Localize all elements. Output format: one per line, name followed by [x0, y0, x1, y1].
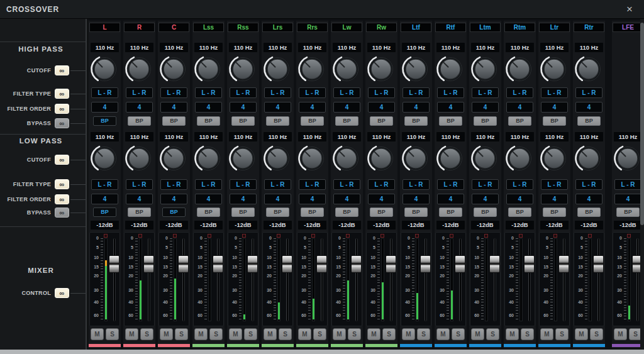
highpass-bypass-button[interactable]: BP [335, 116, 358, 126]
highpass-cutoff-knob[interactable] [401, 55, 430, 84]
link-toggle-button[interactable]: ∞ [55, 179, 69, 189]
lowpass-filter-type[interactable]: L - R [126, 179, 153, 190]
lowpass-cutoff-knob[interactable] [574, 144, 603, 173]
lowpass-filter-type[interactable]: L - R [575, 179, 602, 190]
lowpass-bypass-button[interactable]: BP [197, 207, 220, 217]
lowpass-filter-order[interactable]: 4 [368, 194, 395, 204]
highpass-bypass-button[interactable]: BP [474, 116, 497, 126]
fader-gain-value[interactable]: -12dB [436, 221, 465, 230]
lowpass-filter-order[interactable]: 4 [91, 194, 118, 204]
fader-handle[interactable] [489, 255, 500, 273]
fader-track[interactable] [528, 238, 531, 321]
lowpass-cutoff-value[interactable]: 110 Hz [264, 132, 292, 141]
fader-handle[interactable] [282, 255, 292, 273]
fader-track[interactable] [636, 238, 639, 321]
highpass-cutoff-value[interactable]: 110 Hz [333, 43, 361, 52]
highpass-cutoff-knob[interactable] [228, 55, 257, 84]
highpass-filter-type[interactable]: L - R [402, 87, 430, 98]
solo-button[interactable]: S [175, 328, 188, 340]
highpass-bypass-button[interactable]: BP [128, 116, 151, 126]
solo-button[interactable]: S [140, 328, 153, 340]
fader-track[interactable] [355, 238, 358, 321]
highpass-bypass-button[interactable]: BP [577, 116, 601, 126]
highpass-bypass-button[interactable]: BP [404, 116, 428, 126]
highpass-cutoff-knob[interactable] [263, 55, 292, 84]
link-toggle-button[interactable]: ∞ [55, 288, 69, 298]
mute-button[interactable]: M [333, 328, 346, 340]
highpass-cutoff-value[interactable]: 110 Hz [194, 43, 223, 52]
fader-gain-value[interactable]: -12dB [614, 221, 642, 230]
lowpass-filter-order[interactable]: 4 [506, 194, 533, 204]
highpass-filter-order[interactable]: 4 [402, 102, 430, 113]
lowpass-filter-type[interactable]: L - R [437, 179, 464, 190]
fader-handle[interactable] [143, 255, 154, 273]
highpass-bypass-button[interactable]: BP [266, 116, 289, 126]
highpass-cutoff-knob[interactable] [367, 55, 396, 84]
highpass-filter-type[interactable]: L - R [333, 87, 360, 98]
lowpass-filter-order[interactable]: 4 [614, 194, 641, 204]
lowpass-cutoff-knob[interactable] [332, 144, 361, 173]
fader-track[interactable] [425, 238, 427, 321]
highpass-cutoff-value[interactable]: 110 Hz [229, 43, 257, 52]
fader-handle[interactable] [386, 255, 396, 273]
highpass-bypass-button[interactable]: BP [231, 116, 255, 126]
fader-gain-value[interactable]: -12dB [194, 221, 223, 230]
highpass-filter-order[interactable]: 4 [368, 102, 395, 113]
lowpass-cutoff-value[interactable]: 110 Hz [436, 132, 465, 141]
solo-button[interactable]: S [382, 328, 396, 340]
link-toggle-button[interactable]: ∞ [55, 89, 69, 99]
fader-handle[interactable] [420, 255, 431, 273]
lowpass-filter-type[interactable]: L - R [368, 179, 395, 190]
lowpass-cutoff-value[interactable]: 110 Hz [229, 132, 257, 141]
fader-handle[interactable] [351, 255, 362, 273]
highpass-bypass-button[interactable]: BP [301, 116, 324, 126]
fader-gain-value[interactable]: -12dB [471, 221, 499, 230]
highpass-filter-order[interactable]: 4 [333, 102, 360, 113]
lowpass-cutoff-value[interactable]: 110 Hz [540, 132, 569, 141]
link-toggle-button[interactable]: ∞ [55, 207, 69, 218]
solo-button[interactable]: S [279, 328, 292, 340]
lowpass-cutoff-knob[interactable] [228, 144, 257, 173]
highpass-filter-type[interactable]: L - R [472, 87, 499, 98]
fader-track[interactable] [286, 238, 289, 321]
lowpass-cutoff-knob[interactable] [90, 144, 119, 173]
lowpass-cutoff-knob[interactable] [540, 144, 569, 173]
fader-handle[interactable] [558, 255, 569, 273]
lowpass-cutoff-knob[interactable] [263, 144, 292, 173]
lowpass-filter-type[interactable]: L - R [402, 179, 430, 190]
lowpass-bypass-button[interactable]: BP [508, 207, 531, 217]
lowpass-cutoff-knob[interactable] [367, 144, 396, 173]
fader-handle[interactable] [524, 255, 535, 273]
fader-gain-value[interactable]: -12dB [575, 221, 603, 230]
lowpass-cutoff-value[interactable]: 110 Hz [402, 132, 430, 141]
lowpass-filter-type[interactable]: L - R [91, 179, 118, 190]
fader-handle[interactable] [213, 255, 223, 273]
highpass-filter-type[interactable]: L - R [437, 87, 464, 98]
highpass-filter-order[interactable]: 4 [541, 102, 568, 113]
highpass-filter-order[interactable]: 4 [160, 102, 187, 113]
mute-button[interactable]: M [229, 328, 242, 340]
lowpass-bypass-button[interactable]: BP [439, 207, 462, 217]
solo-button[interactable]: S [555, 328, 569, 340]
lowpass-cutoff-knob[interactable] [159, 144, 188, 173]
fader-handle[interactable] [109, 255, 119, 273]
fader-track[interactable] [597, 238, 600, 321]
fader-gain-value[interactable]: -12dB [160, 221, 188, 230]
highpass-filter-order[interactable]: 4 [299, 102, 326, 113]
fader-handle[interactable] [247, 255, 258, 273]
solo-button[interactable]: S [106, 328, 119, 340]
mute-button[interactable]: M [614, 328, 627, 340]
lowpass-bypass-button[interactable]: BP [474, 207, 497, 217]
highpass-bypass-button[interactable]: BP [543, 116, 566, 126]
mute-button[interactable]: M [471, 328, 484, 340]
solo-button[interactable]: S [521, 328, 534, 340]
fader-track[interactable] [321, 238, 323, 321]
lowpass-filter-type[interactable]: L - R [541, 179, 568, 190]
fader-gain-value[interactable]: -12dB [367, 221, 396, 230]
solo-button[interactable]: S [209, 328, 223, 340]
lowpass-filter-order[interactable]: 4 [195, 194, 222, 204]
solo-button[interactable]: S [452, 328, 465, 340]
highpass-bypass-button[interactable]: BP [439, 116, 462, 126]
lowpass-cutoff-knob[interactable] [194, 144, 223, 173]
lowpass-filter-order[interactable]: 4 [230, 194, 257, 204]
